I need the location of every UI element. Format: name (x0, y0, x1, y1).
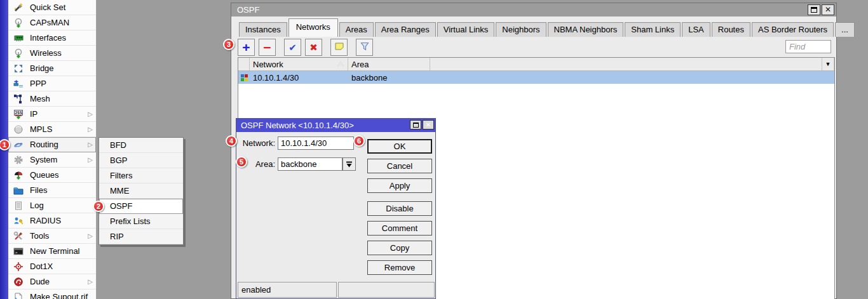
header-network-column[interactable]: Network (250, 58, 348, 70)
disable-button[interactable]: Disable (367, 201, 432, 216)
sidebar-item-dot1x[interactable]: Dot1X (8, 259, 96, 274)
dot1x-icon (13, 262, 25, 272)
column-chooser-button[interactable]: ▼ (822, 58, 834, 70)
sidebar-item-capsman[interactable]: CAPsMAN (8, 15, 96, 30)
header-filler (430, 58, 822, 70)
tab-instances[interactable]: Instances (239, 22, 287, 37)
sidebar-item-label: New Terminal (30, 246, 80, 256)
find-input[interactable] (785, 40, 831, 53)
sidebar-item-ppp[interactable]: PPP (8, 76, 96, 91)
tab-nbma-neighbors[interactable]: NBMA Neighbors (548, 22, 624, 37)
submenu-arrow-icon: ▷ (88, 156, 93, 163)
sidebar-item-mesh[interactable]: Mesh (8, 91, 96, 107)
submenu-item-ospf[interactable]: OSPF (99, 199, 183, 214)
ppp-icon (13, 79, 25, 89)
comment-button[interactable] (330, 39, 348, 56)
network-field-input[interactable] (278, 136, 354, 150)
sidebar-item-ip[interactable]: 255 IP ▷ (8, 107, 96, 122)
step-badge-5: 5 (236, 156, 247, 168)
tab-sham-links[interactable]: Sham Links (625, 22, 681, 37)
enable-button[interactable]: ✔ (284, 39, 301, 56)
tab-area-ranges[interactable]: Area Ranges (375, 22, 436, 37)
sidebar-item-tools[interactable]: Tools ▷ (8, 229, 96, 244)
submenu-item-bgp[interactable]: BGP (99, 153, 183, 168)
comment-note-icon (334, 41, 344, 53)
sidebar-item-label: Mesh (30, 94, 50, 103)
network-state-icon (238, 74, 250, 81)
sidebar-item-dude[interactable]: Dude ▷ (8, 274, 96, 289)
tab-routes[interactable]: Routes (712, 22, 750, 37)
disable-button[interactable]: ✖ (305, 39, 322, 56)
tab-areas[interactable]: Areas (339, 22, 374, 37)
sidebar-item-label: Routing (30, 140, 58, 149)
terminal-icon: >_ (13, 246, 25, 256)
sidebar-item-label: Files (30, 185, 47, 195)
sidebar-item-system[interactable]: System ▷ (8, 152, 96, 168)
sidebar-item-label: Make Supout.rif (30, 292, 88, 299)
svg-text:255: 255 (15, 110, 22, 116)
step-badge-2: 2 (93, 201, 104, 212)
sidebar-item-label: Interfaces (30, 33, 66, 43)
sidebar-item-mpls[interactable]: MPLS ▷ (8, 122, 96, 137)
sidebar-item-bridge[interactable]: Bridge (8, 61, 96, 76)
remove-button[interactable]: Remove (367, 260, 432, 275)
sidebar-item-radius[interactable]: RADIUS (8, 213, 96, 229)
tab-networks[interactable]: Networks (288, 18, 338, 37)
sidebar-item-quick-set[interactable]: Quick Set (8, 0, 96, 15)
submenu-item-bfd[interactable]: BFD (99, 138, 183, 153)
add-button[interactable]: + (238, 39, 255, 56)
tab-as-border-routers[interactable]: AS Border Routers (752, 22, 834, 37)
remove-button[interactable]: − (259, 39, 276, 56)
dialog-titlebar[interactable]: OSPF Network <10.10.1.4/30> ✕ (236, 119, 435, 132)
header-area-column[interactable]: Area (348, 58, 430, 70)
tab-virtual-links[interactable]: Virtual Links (437, 22, 495, 37)
submenu-item-filters[interactable]: Filters (99, 168, 183, 183)
apply-button[interactable]: Apply (367, 178, 432, 193)
antenna-icon (13, 48, 25, 58)
sidebar-item-queues[interactable]: Queues (8, 168, 96, 183)
tab-more[interactable]: ... (835, 22, 855, 37)
area-combobox-input[interactable] (278, 157, 342, 171)
tab-neighbors[interactable]: Neighbors (496, 22, 546, 37)
area-dropdown-button[interactable] (342, 157, 356, 171)
close-button[interactable]: ✕ (822, 4, 834, 15)
submenu-arrow-icon: ▷ (88, 232, 93, 239)
ok-button[interactable]: OK (367, 139, 432, 154)
tab-lsa[interactable]: LSA (682, 22, 710, 37)
sidebar-item-wireless[interactable]: Wireless (8, 46, 96, 61)
plus-icon: + (242, 41, 250, 54)
sidebar-item-log[interactable]: Log (8, 198, 96, 213)
routing-icon (13, 140, 25, 150)
chevron-down-icon: ▼ (825, 61, 831, 67)
sidebar-item-label: CAPsMAN (30, 18, 69, 27)
sidebar-item-make-supout[interactable]: Make Supout.rif (8, 289, 96, 299)
dialog-close-button[interactable]: ✕ (423, 120, 434, 130)
sidebar-item-routing[interactable]: Routing ▷ (8, 137, 96, 152)
submenu-arrow-icon: ▷ (88, 126, 93, 133)
ospf-window-titlebar[interactable]: OSPF ✕ (231, 3, 836, 17)
status-enabled: enabled (238, 282, 337, 298)
window-title: OSPF (237, 5, 259, 15)
header-area-label: Area (351, 60, 369, 69)
status-secondary (338, 282, 435, 298)
sidebar-item-interfaces[interactable]: Interfaces (8, 30, 96, 46)
tools-icon (13, 231, 25, 241)
sidebar-item-new-terminal[interactable]: >_ New Terminal (8, 244, 96, 259)
maximize-button[interactable] (808, 4, 820, 15)
cancel-button[interactable]: Cancel (367, 159, 432, 173)
copy-button[interactable]: Copy (367, 241, 432, 255)
sidebar-item-label: Quick Set (30, 3, 65, 12)
filter-button[interactable] (356, 39, 373, 56)
submenu-item-rip[interactable]: RIP (99, 229, 183, 244)
step-badge-3: 3 (223, 39, 234, 50)
main-menu-sidebar: Quick Set CAPsMAN Interfaces Wireless Br… (8, 0, 97, 299)
sidebar-item-files[interactable]: Files (8, 183, 96, 198)
table-row[interactable]: 10.10.1.4/30 backbone (238, 71, 834, 84)
comment-button[interactable]: Comment (367, 221, 432, 236)
header-flags-column (238, 58, 250, 70)
submenu-item-prefix-lists[interactable]: Prefix Lists (99, 214, 183, 229)
dialog-maximize-button[interactable] (410, 120, 421, 130)
gear-icon (13, 155, 25, 165)
filter-funnel-icon (360, 41, 370, 53)
submenu-item-mme[interactable]: MME (99, 183, 183, 199)
